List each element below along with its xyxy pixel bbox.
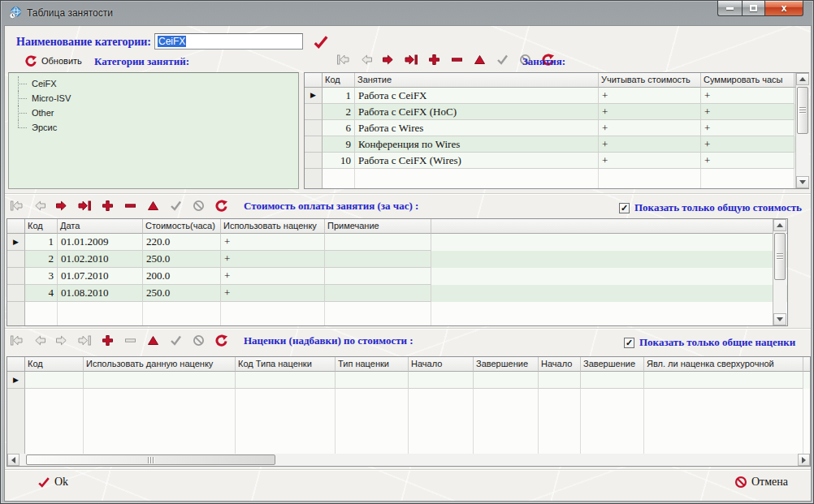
grid-cell[interactable] bbox=[236, 372, 336, 389]
grid-cell[interactable]: Конференция по Wires bbox=[355, 136, 599, 153]
delete-record-icon[interactable] bbox=[450, 54, 464, 66]
grid-row[interactable]: 201.02.2010250.0+ bbox=[7, 251, 787, 268]
scroll-up-button[interactable] bbox=[796, 73, 809, 85]
grid-column-header[interactable]: Использовать данную наценку bbox=[84, 357, 236, 372]
last-record-icon[interactable] bbox=[78, 200, 92, 212]
grid-cell[interactable] bbox=[539, 372, 581, 389]
grid-cell[interactable]: + bbox=[221, 268, 325, 285]
grid-cell[interactable] bbox=[84, 372, 236, 389]
edit-record-icon[interactable] bbox=[146, 334, 160, 347]
grid-cell[interactable]: + bbox=[221, 285, 325, 302]
grid-cell[interactable]: + bbox=[599, 88, 701, 104]
grid-column-header[interactable]: Явл. ли наценка сверхурочной bbox=[644, 357, 803, 372]
insert-record-icon[interactable] bbox=[427, 54, 441, 66]
edit-record-icon[interactable] bbox=[473, 54, 487, 66]
grid-cell[interactable]: + bbox=[599, 153, 701, 169]
maximize-button[interactable] bbox=[742, 1, 765, 16]
checkbox-box[interactable]: ✓ bbox=[619, 203, 630, 213]
grid-cell[interactable]: + bbox=[599, 136, 701, 153]
grid-cell[interactable]: Работа с CeiFX (HoC) bbox=[355, 104, 599, 120]
grid-cell[interactable]: 10 bbox=[323, 153, 355, 169]
grid-column-header[interactable]: Код bbox=[323, 73, 355, 88]
scroll-right-button[interactable] bbox=[798, 454, 810, 466]
last-record-icon[interactable] bbox=[405, 54, 418, 66]
edit-record-icon[interactable] bbox=[146, 200, 160, 212]
grid-cell[interactable]: Работа с CeiFX (Wires) bbox=[355, 153, 599, 169]
title-bar[interactable]: Таблица занятости x bbox=[1, 1, 813, 25]
grid-cell[interactable]: 250.0 bbox=[143, 251, 221, 268]
grid-cell[interactable] bbox=[336, 372, 409, 389]
grid-column-header[interactable]: Занятие bbox=[355, 73, 599, 88]
grid-cell[interactable]: 01.02.2010 bbox=[58, 251, 143, 268]
grid-cell[interactable]: 250.0 bbox=[143, 285, 221, 302]
grid-row[interactable]: 6Работа с Wires++ bbox=[305, 120, 808, 136]
show-total-cost-checkbox[interactable]: ✓ Показать только общую стоимость bbox=[619, 201, 802, 214]
tree-item[interactable]: Micro-ISV bbox=[14, 91, 297, 106]
grid-column-header[interactable]: Завершение bbox=[581, 357, 644, 372]
grid-cell[interactable]: 9 bbox=[323, 136, 355, 153]
scroll-up-button[interactable] bbox=[773, 219, 786, 231]
delete-record-icon[interactable] bbox=[123, 200, 137, 212]
grid-row[interactable]: 401.08.2010250.0+ bbox=[7, 285, 787, 302]
scroll-down-button[interactable] bbox=[773, 313, 786, 325]
grid-column-header[interactable]: Учитывать стоимость bbox=[599, 73, 701, 88]
insert-record-icon[interactable] bbox=[101, 334, 115, 347]
grid-cell[interactable]: 220.0 bbox=[143, 234, 221, 251]
grid-column-header[interactable]: Тип наценки bbox=[336, 357, 409, 372]
sessions-vertical-scrollbar[interactable] bbox=[795, 73, 809, 188]
grid-cell[interactable] bbox=[474, 372, 539, 389]
grid-column-header[interactable]: Код Типа наценки bbox=[236, 357, 336, 372]
grid-cell[interactable]: + bbox=[221, 234, 325, 251]
grid-cell[interactable]: + bbox=[701, 120, 795, 136]
scrollbar-track[interactable] bbox=[796, 85, 809, 176]
tree-item[interactable]: Other bbox=[14, 106, 297, 120]
cost-grid[interactable]: КодДатаСтоимость(часа)Использовать нацен… bbox=[6, 218, 788, 326]
confirm-check-icon[interactable] bbox=[313, 34, 329, 50]
grid-cell[interactable] bbox=[325, 285, 431, 302]
grid-cell[interactable]: + bbox=[701, 136, 795, 153]
tree-item[interactable]: CeiFX bbox=[14, 76, 297, 91]
grid-cell[interactable]: 01.01.2009 bbox=[58, 234, 143, 251]
grid-column-header[interactable]: Дата bbox=[58, 219, 143, 234]
refresh-button[interactable]: Обновить bbox=[21, 53, 85, 69]
grid-column-header[interactable]: Завершение bbox=[474, 357, 539, 372]
grid-cell[interactable] bbox=[409, 372, 474, 389]
grid-cell[interactable]: 01.08.2010 bbox=[58, 285, 143, 302]
refresh-data-icon[interactable] bbox=[214, 200, 228, 212]
grid-cell[interactable]: 3 bbox=[25, 268, 58, 285]
scrollbar-thumb[interactable] bbox=[774, 233, 786, 280]
grid-cell[interactable] bbox=[325, 251, 431, 268]
grid-column-header[interactable]: Код bbox=[25, 219, 58, 234]
grid-cell[interactable]: + bbox=[701, 153, 795, 169]
grid-cell[interactable]: 200.0 bbox=[143, 268, 221, 285]
grid-cell[interactable]: 2 bbox=[323, 104, 355, 120]
grid-cell[interactable]: Работа с CeiFX bbox=[355, 88, 599, 104]
grid-cell[interactable] bbox=[325, 234, 431, 251]
grid-cell[interactable]: + bbox=[701, 104, 795, 120]
grid-column-header[interactable]: Стоимость(часа) bbox=[143, 219, 221, 234]
close-button[interactable]: x bbox=[765, 1, 803, 16]
markup-grid[interactable]: КодИспользовать данную наценкуКод Типа н… bbox=[6, 356, 811, 454]
grid-cell[interactable]: + bbox=[221, 251, 325, 268]
grid-cell[interactable]: 2 bbox=[25, 251, 58, 268]
grid-cell[interactable] bbox=[644, 372, 803, 389]
next-record-icon[interactable] bbox=[382, 54, 396, 66]
scrollbar-thumb[interactable] bbox=[26, 454, 275, 465]
scrollbar-thumb[interactable] bbox=[797, 87, 808, 134]
ok-button[interactable]: Ok bbox=[34, 474, 71, 490]
grid-cell[interactable]: Работа с Wires bbox=[355, 120, 599, 136]
category-name-input[interactable]: CeiFX bbox=[154, 33, 303, 50]
grid-cell[interactable]: + bbox=[599, 104, 701, 120]
grid-cell[interactable]: 4 bbox=[25, 285, 58, 302]
cost-vertical-scrollbar[interactable] bbox=[773, 219, 786, 325]
minimize-button[interactable] bbox=[717, 1, 742, 16]
show-common-markups-checkbox[interactable]: ✓ Показать только общие наценки bbox=[624, 336, 795, 349]
grid-cell[interactable]: + bbox=[701, 88, 795, 104]
grid-cell[interactable]: 1 bbox=[25, 234, 58, 251]
grid-column-header[interactable]: Суммировать часы bbox=[701, 73, 795, 88]
grid-row[interactable]: 301.07.2010200.0+ bbox=[7, 268, 787, 285]
grid-column-header[interactable]: Начало bbox=[409, 357, 474, 372]
grid-row[interactable]: 10Работа с CeiFX (Wires)++ bbox=[305, 153, 808, 169]
grid-cell[interactable]: 1 bbox=[323, 88, 355, 104]
scrollbar-track[interactable] bbox=[19, 454, 798, 466]
